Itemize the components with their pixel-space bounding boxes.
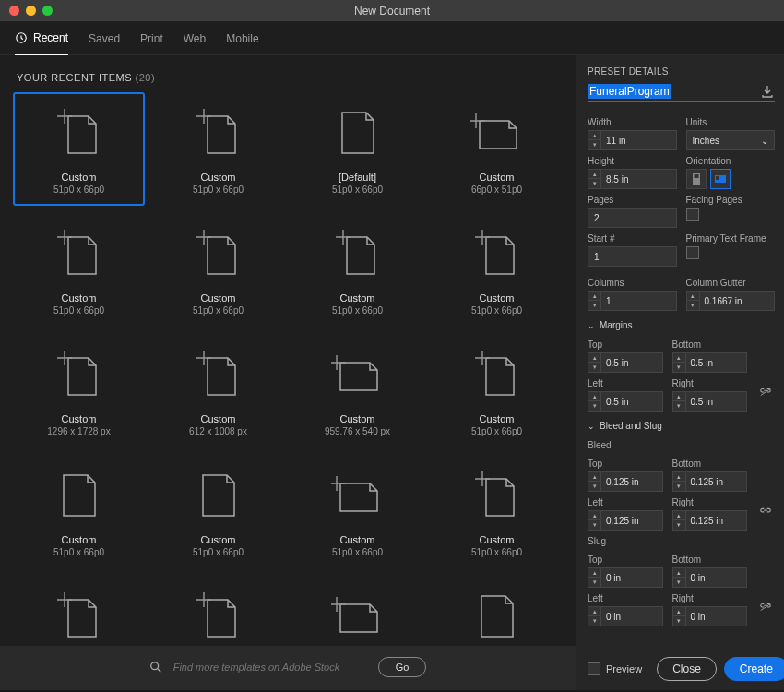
- preset-name-input[interactable]: FuneralProgram: [588, 84, 671, 99]
- link-margins-icon[interactable]: [759, 386, 772, 399]
- recent-item[interactable]: Custom51p0 x 66p0: [291, 576, 423, 638]
- margin-top-label: Top: [588, 340, 663, 350]
- bleed-top-label: Top: [588, 459, 663, 469]
- recent-item[interactable]: Custom51p0 x 66p0: [431, 334, 563, 447]
- ptf-label: Primary Text Frame: [686, 233, 776, 244]
- recent-item[interactable]: Custom51p0 x 66p0: [152, 455, 284, 568]
- tab-saved[interactable]: Saved: [89, 32, 120, 54]
- tab-print[interactable]: Print: [140, 32, 163, 54]
- chevron-down-icon: ⌄: [588, 321, 595, 330]
- create-button[interactable]: Create: [724, 657, 784, 681]
- recent-item[interactable]: Custom51p0 x 66p0: [13, 92, 145, 206]
- preset-heading: PRESET DETAILS: [588, 66, 775, 77]
- recent-item[interactable]: Custom51p0 x 66p0: [13, 213, 145, 327]
- titlebar: New Document: [0, 0, 784, 22]
- recent-item[interactable]: Custom51p0 x 66p0: [431, 213, 563, 327]
- document-icon: [466, 464, 529, 527]
- document-icon: [466, 101, 529, 164]
- document-icon: [48, 464, 111, 527]
- bleed-top-input[interactable]: ▴▾0.125 in: [588, 471, 663, 492]
- minimize-window-button[interactable]: [26, 6, 36, 16]
- margins-section-toggle[interactable]: ⌄Margins: [588, 320, 775, 330]
- slug-top-input[interactable]: ▴▾0 in: [588, 567, 663, 588]
- recent-item[interactable]: Custom51p0 x 66p0: [431, 455, 563, 568]
- recent-item[interactable]: Custom51p0 x 66p0: [152, 576, 284, 638]
- item-size: 51p0 x 66p0: [332, 185, 383, 195]
- margin-top-input[interactable]: ▴▾0.5 in: [588, 352, 663, 373]
- recent-item[interactable]: Custom959.76 x 540 px: [291, 334, 423, 447]
- recent-item[interactable]: Custom66p0 x 51p0: [431, 92, 563, 206]
- close-window-button[interactable]: [9, 6, 19, 16]
- document-icon: [48, 343, 111, 406]
- width-label: Width: [588, 117, 677, 127]
- margin-right-input[interactable]: ▴▾0.5 in: [672, 391, 748, 412]
- slug-left-input[interactable]: ▴▾0 in: [588, 606, 663, 626]
- facing-pages-checkbox[interactable]: [686, 208, 699, 221]
- item-size: 66p0 x 51p0: [471, 185, 522, 195]
- document-icon: [466, 585, 529, 638]
- recent-item[interactable]: Custom51p0 x 66p0: [291, 455, 423, 568]
- link-slug-icon[interactable]: [759, 601, 772, 614]
- slug-right-input[interactable]: ▴▾0 in: [672, 606, 748, 626]
- start-input[interactable]: 1: [588, 246, 677, 267]
- recent-item[interactable]: Custom51p0 x 66p0: [13, 576, 145, 638]
- window-controls: [0, 6, 53, 16]
- height-label: Height: [588, 156, 677, 166]
- bleed-slug-section-toggle[interactable]: ⌄Bleed and Slug: [588, 421, 775, 431]
- recent-item[interactable]: Custom51p0 x 66p0: [13, 455, 145, 568]
- slug-bottom-label: Bottom: [672, 555, 748, 565]
- gutter-input[interactable]: ▴▾0.1667 in: [686, 291, 776, 311]
- recent-item[interactable]: Custom51p0 x 66p0: [152, 213, 284, 327]
- columns-input[interactable]: ▴▾1: [588, 291, 677, 311]
- recent-item[interactable]: Custom1296 x 1728 px: [13, 334, 145, 447]
- item-size: 51p0 x 66p0: [193, 547, 244, 557]
- recent-item[interactable]: [Default]51p0 x 66p0: [291, 92, 423, 206]
- recent-item[interactable]: Custom51p0 x 66p0: [152, 92, 284, 206]
- chevron-down-icon: ⌄: [588, 422, 595, 431]
- recent-item[interactable]: Custom51p0 x 66p0: [431, 576, 563, 638]
- orientation-landscape[interactable]: [710, 169, 731, 189]
- bleed-left-input[interactable]: ▴▾0.125 in: [588, 510, 663, 531]
- document-icon: [187, 222, 250, 285]
- item-size: 51p0 x 66p0: [332, 305, 383, 316]
- recent-panel: YOUR RECENT ITEMS (20) Custom51p0 x 66p0…: [0, 55, 576, 690]
- margin-bottom-input[interactable]: ▴▾0.5 in: [672, 352, 748, 373]
- bleed-left-label: Left: [588, 497, 663, 507]
- item-name: Custom: [62, 534, 97, 545]
- document-icon: [187, 343, 250, 406]
- recent-item[interactable]: Custom51p0 x 66p0: [291, 213, 423, 327]
- recent-item[interactable]: Custom612 x 1008 px: [152, 334, 284, 447]
- bleed-right-input[interactable]: ▴▾0.125 in: [672, 510, 748, 531]
- tab-web[interactable]: Web: [184, 32, 206, 54]
- link-bleed-icon[interactable]: [759, 505, 772, 518]
- height-input[interactable]: ▴▾8.5 in: [588, 169, 677, 189]
- recent-heading-text: YOUR RECENT ITEMS: [17, 72, 132, 83]
- item-size: 51p0 x 66p0: [471, 426, 522, 436]
- tab-mobile[interactable]: Mobile: [226, 32, 258, 54]
- slug-bottom-input[interactable]: ▴▾0 in: [672, 567, 748, 588]
- start-label: Start #: [588, 233, 677, 244]
- margin-right-label: Right: [672, 378, 748, 388]
- item-name: Custom: [62, 292, 97, 304]
- pages-input[interactable]: 2: [588, 208, 677, 228]
- preview-checkbox[interactable]: Preview: [588, 662, 642, 675]
- bleed-right-label: Right: [672, 497, 748, 507]
- bleed-bottom-input[interactable]: ▴▾0.125 in: [672, 471, 748, 492]
- item-name: Custom: [480, 534, 515, 545]
- maximize-window-button[interactable]: [42, 6, 53, 16]
- go-button[interactable]: Go: [378, 657, 427, 677]
- item-name: Custom: [201, 534, 236, 545]
- width-input[interactable]: ▴▾11 in: [588, 130, 677, 150]
- ptf-checkbox[interactable]: [686, 246, 699, 259]
- close-button[interactable]: Close: [657, 657, 717, 681]
- stock-search-input[interactable]: [173, 662, 367, 673]
- units-select[interactable]: Inches⌄: [686, 130, 776, 150]
- save-preset-icon[interactable]: [760, 84, 775, 99]
- document-icon: [187, 464, 250, 527]
- item-name: Custom: [480, 172, 515, 183]
- margin-left-input[interactable]: ▴▾0.5 in: [588, 391, 663, 412]
- columns-label: Columns: [588, 278, 677, 288]
- item-name: Custom: [201, 172, 236, 183]
- tab-recent[interactable]: Recent: [15, 31, 68, 55]
- orientation-portrait[interactable]: [686, 169, 707, 189]
